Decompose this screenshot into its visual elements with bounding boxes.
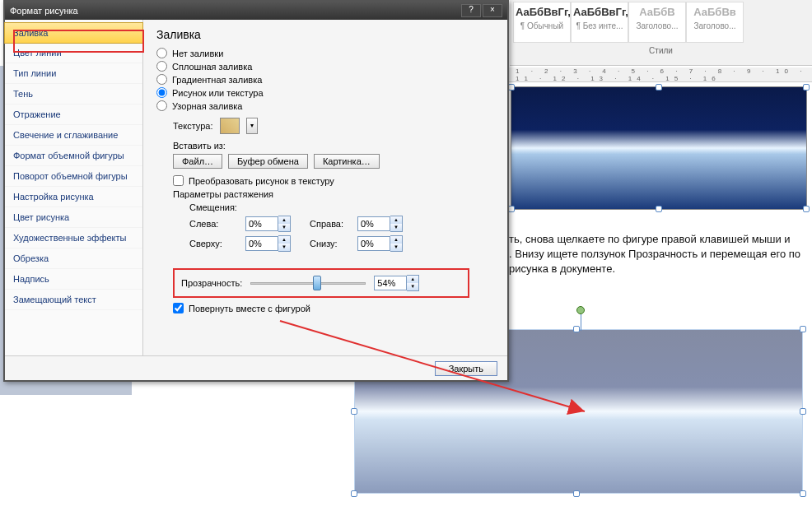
spin-down[interactable]: ▼	[390, 224, 402, 231]
spin-down[interactable]: ▼	[278, 224, 290, 231]
sidebar-item-line-color[interactable]: Цвет линии	[5, 43, 142, 63]
dialog-footer: Закрыть	[5, 355, 507, 380]
sidebar-item-glow[interactable]: Свечение и сглаживание	[5, 125, 142, 146]
panel-heading: Заливка	[156, 28, 494, 41]
radio-picture-fill[interactable]	[156, 87, 167, 98]
dialog-titlebar[interactable]: Формат рисунка ? ×	[5, 2, 507, 20]
spin-down[interactable]: ▼	[407, 283, 418, 290]
sidebar-item-artistic[interactable]: Художественные эффекты	[5, 228, 142, 248]
format-picture-dialog: Формат рисунка ? × Заливка Цвет линии Ти…	[3, 0, 509, 382]
insert-from-label: Вставить из:	[173, 141, 494, 151]
radio-no-fill[interactable]	[156, 48, 167, 58]
texture-swatch	[220, 118, 240, 134]
radio-gradient-fill[interactable]	[156, 74, 167, 85]
spin-up[interactable]: ▲	[390, 216, 402, 224]
close-icon[interactable]: ×	[483, 4, 502, 17]
spin-down[interactable]: ▼	[390, 244, 402, 251]
document-text: ть, снова щелкаете по фигуре правой клав…	[509, 232, 809, 276]
style-item[interactable]: АаБбВвГг,¶ Обычный	[513, 2, 571, 43]
file-button[interactable]: Файл…	[173, 154, 222, 169]
horizontal-ruler: 1 · 2 · 3 · 4 · 5 · 6 · 7 · 8 · 9 · 10 ·…	[509, 67, 812, 82]
styles-gallery[interactable]: АаБбВвГг,¶ Обычный АаБбВвГг,¶ Без инте..…	[510, 0, 812, 44]
sidebar-item-alt-text[interactable]: Замещающий текст	[5, 290, 142, 310]
radio-pattern-fill[interactable]	[156, 100, 167, 111]
ribbon-group-label: Стили	[510, 46, 812, 55]
sidebar-item-3d-format[interactable]: Формат объемной фигуры	[5, 146, 142, 166]
dialog-title: Формат рисунка	[10, 6, 78, 16]
style-item[interactable]: АаБбВвГг,¶ Без инте...	[571, 2, 628, 43]
transparency-input[interactable]	[374, 276, 407, 290]
sidebar-item-picture-color[interactable]: Цвет рисунка	[5, 207, 142, 228]
spin-up[interactable]: ▲	[407, 276, 418, 283]
stretch-heading: Параметры растяжения	[173, 189, 494, 199]
texture-dropdown[interactable]: ▾	[246, 118, 258, 134]
transparency-highlight: Прозрачность: ▲▼	[173, 268, 469, 298]
spin-down[interactable]: ▼	[278, 244, 290, 251]
spin-up[interactable]: ▲	[390, 236, 402, 244]
transparency-slider[interactable]	[250, 276, 366, 290]
style-item[interactable]: АаБбВЗаголово...	[628, 2, 686, 43]
help-button[interactable]: ?	[461, 4, 481, 17]
transparency-label: Прозрачность:	[181, 278, 242, 288]
rotate-handle[interactable]	[576, 306, 585, 314]
sidebar-item-shadow[interactable]: Тень	[5, 84, 142, 104]
sidebar-item-crop[interactable]: Обрезка	[5, 248, 142, 269]
radio-solid-fill[interactable]	[156, 61, 167, 72]
picture-original[interactable]	[511, 86, 807, 210]
offset-right-input[interactable]	[357, 216, 390, 231]
tile-checkbox[interactable]	[173, 175, 184, 186]
clipboard-button[interactable]: Буфер обмена	[228, 154, 308, 169]
offsets-label: Смещения:	[189, 202, 494, 212]
fill-panel: Заливка Нет заливки Сплошная заливка Гра…	[143, 20, 507, 357]
offset-bottom-input[interactable]	[357, 236, 390, 251]
sidebar-item-line-type[interactable]: Тип линии	[5, 63, 142, 84]
spin-up[interactable]: ▲	[278, 236, 290, 244]
sidebar-item-picture-corrections[interactable]: Настройка рисунка	[5, 187, 142, 207]
sidebar-item-textbox[interactable]: Надпись	[5, 269, 142, 290]
sidebar-item-fill[interactable]: Заливка	[4, 22, 143, 44]
spin-up[interactable]: ▲	[278, 216, 290, 224]
clipart-button[interactable]: Картинка…	[314, 154, 380, 169]
ribbon: АаБбВвГг,¶ Обычный АаБбВвГг,¶ Без инте..…	[510, 0, 812, 66]
style-item[interactable]: АаБбВвЗаголово...	[686, 2, 744, 43]
close-button[interactable]: Закрыть	[435, 361, 497, 376]
rotate-with-shape-checkbox[interactable]	[173, 303, 184, 313]
offset-top-input[interactable]	[245, 236, 278, 251]
offset-left-input[interactable]	[245, 216, 278, 231]
texture-label: Текстура:	[173, 121, 213, 131]
sidebar-item-3d-rotation[interactable]: Поворот объемной фигуры	[5, 166, 142, 187]
sidebar-item-reflection[interactable]: Отражение	[5, 104, 142, 125]
dialog-sidebar: Заливка Цвет линии Тип линии Тень Отраже…	[5, 20, 143, 357]
